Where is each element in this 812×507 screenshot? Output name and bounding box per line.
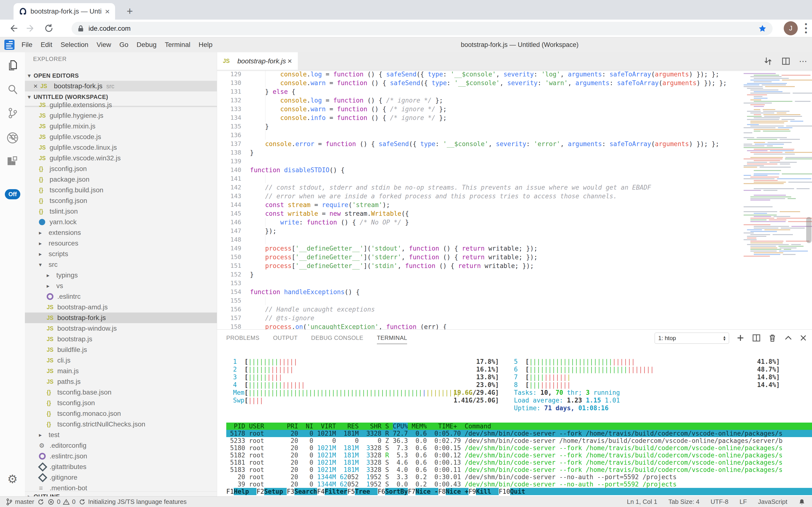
branch-indicator[interactable]: master xyxy=(6,498,34,506)
tab-close-icon[interactable]: × xyxy=(105,7,110,15)
tree-item-typings[interactable]: ▸typings xyxy=(25,270,217,281)
tree-item-src[interactable]: ▾src xyxy=(25,259,217,270)
new-terminal-icon[interactable] xyxy=(736,330,745,346)
menu-debug[interactable]: Debug xyxy=(132,41,161,49)
tree-item-tsconfig.json[interactable]: {}tsconfig.json xyxy=(25,398,217,408)
tree-item-tsconfig.strictNullChecks.json[interactable]: {}tsconfig.strictNullChecks.json xyxy=(25,419,217,430)
problems-indicator[interactable]: 0 0 xyxy=(48,498,75,506)
tree-item-bootstrap-window.js[interactable]: JSbootstrap-window.js xyxy=(25,323,217,334)
bookmark-star-icon[interactable] xyxy=(758,24,767,33)
tree-item-vs[interactable]: ▸vs xyxy=(25,281,217,291)
panel-tab-debug-console[interactable]: DEBUG CONSOLE xyxy=(311,331,363,345)
debug-icon[interactable] xyxy=(0,131,25,145)
tree-item-bootstrap-fork.js[interactable]: JSbootstrap-fork.js xyxy=(25,313,217,323)
forward-icon[interactable] xyxy=(26,23,36,33)
tree-item-tsconfig.json[interactable]: {}tsconfig.json xyxy=(25,195,217,206)
tree-item-label: gulpfile.vscode.win32.js xyxy=(50,154,121,162)
editor-scrollbar-thumb[interactable] xyxy=(806,217,812,243)
code-editor[interactable]: 129 console.log = function () { safeSend… xyxy=(217,70,812,330)
tree-item-gulpfile.mixin.js[interactable]: JSgulpfile.mixin.js xyxy=(25,121,217,131)
browser-menu-icon[interactable]: ••• xyxy=(804,22,808,34)
editor-tab-close-icon[interactable]: × xyxy=(288,57,292,65)
menu-selection[interactable]: Selection xyxy=(56,41,92,49)
status-utf-8[interactable]: UTF-8 xyxy=(711,498,729,506)
sync-status-icon[interactable] xyxy=(38,499,44,505)
close-panel-icon[interactable] xyxy=(799,330,808,346)
window-title: bootstrap-fork.js — Untitled (Workspace) xyxy=(461,37,578,52)
new-tab-button[interactable]: + xyxy=(127,6,133,16)
open-editor-name: bootstrap-fork.js xyxy=(54,82,103,90)
tree-item-extensions[interactable]: ▸extensions xyxy=(25,227,217,238)
app-menu-icon[interactable] xyxy=(4,40,14,50)
tree-item-.gitattributes[interactable]: .gitattributes xyxy=(25,461,217,472)
panel-tab-problems[interactable]: PROBLEMS xyxy=(226,331,259,345)
language-status[interactable]: Initializing JS/TS language features xyxy=(79,498,187,506)
tree-item-.editorconfig[interactable]: ⚙.editorconfig xyxy=(25,440,217,451)
split-terminal-icon[interactable] xyxy=(752,330,761,346)
status-ln-1-col-1[interactable]: Ln 1, Col 1 xyxy=(627,498,657,506)
panel-tab-output[interactable]: OUTPUT xyxy=(273,331,298,345)
kill-terminal-icon[interactable] xyxy=(768,330,777,346)
status-tab-size-4[interactable]: Tab Size: 4 xyxy=(669,498,700,506)
tree-item-main.js[interactable]: JSmain.js xyxy=(25,366,217,376)
tree-item-buildfile.js[interactable]: JSbuildfile.js xyxy=(25,344,217,355)
tree-item-tsconfig.build.json[interactable]: {}tsconfig.build.json xyxy=(25,185,217,195)
tree-item-gulpfile.vscode.linux.js[interactable]: JSgulpfile.vscode.linux.js xyxy=(25,142,217,153)
explorer-icon[interactable] xyxy=(0,59,25,72)
tree-item-test[interactable]: ▸test xyxy=(25,430,217,440)
tree-item-gulpfile.extensions.js[interactable]: JSgulpfile.extensions.js xyxy=(25,100,217,110)
sync-off-badge[interactable]: Off xyxy=(5,189,20,199)
git-file-icon xyxy=(39,464,50,470)
extensions-icon[interactable] xyxy=(0,156,25,169)
open-editor-item[interactable]: × JS bootstrap-fork.js src xyxy=(25,81,217,92)
tree-item-.eslintrc[interactable]: .eslintrc xyxy=(25,291,217,302)
tree-item-resources[interactable]: ▸resources xyxy=(25,238,217,249)
tree-item-.gitignore[interactable]: .gitignore xyxy=(25,472,217,483)
tree-item-gulpfile.vscode.win32.js[interactable]: JSgulpfile.vscode.win32.js xyxy=(25,153,217,164)
panel-tab-terminal[interactable]: TERMINAL xyxy=(377,331,407,345)
tree-item-cli.js[interactable]: JScli.js xyxy=(25,355,217,366)
tree-item-bootstrap-amd.js[interactable]: JSbootstrap-amd.js xyxy=(25,302,217,313)
tree-item-gulpfile.vscode.js[interactable]: JSgulpfile.vscode.js xyxy=(25,131,217,142)
source-control-icon[interactable] xyxy=(0,106,25,119)
outline-header[interactable]: ▸ OUTLINE xyxy=(25,491,217,496)
open-editors-header[interactable]: ▾ OPEN EDITORS xyxy=(25,71,217,81)
avatar[interactable]: J xyxy=(784,21,798,35)
sync-changes-icon[interactable] xyxy=(763,56,773,66)
browser-tab[interactable]: bootstrap-fork.js — Untitled (W × xyxy=(13,3,115,19)
tree-item-tsconfig.monaco.json[interactable]: {}tsconfig.monaco.json xyxy=(25,408,217,419)
split-editor-icon[interactable] xyxy=(781,56,791,66)
tree-item-yarn.lock[interactable]: yarn.lock xyxy=(25,217,217,227)
reload-icon[interactable] xyxy=(44,23,54,33)
tree-item-jsconfig.json[interactable]: {}jsconfig.json xyxy=(25,164,217,174)
editor-tab[interactable]: JS bootstrap-fork.js × xyxy=(217,52,298,70)
close-icon[interactable]: × xyxy=(31,82,40,90)
search-icon[interactable] xyxy=(0,83,25,96)
menu-view[interactable]: View xyxy=(92,41,115,49)
status-lf[interactable]: LF xyxy=(740,498,747,506)
status-bar: master 0 0 Initializing JS/TS language f… xyxy=(0,496,812,507)
menu-terminal[interactable]: Terminal xyxy=(161,41,195,49)
address-bar[interactable]: ide.coder.com xyxy=(72,22,772,35)
tree-item-package.json[interactable]: {}package.json xyxy=(25,174,217,185)
tree-item-tsconfig.base.json[interactable]: {}tsconfig.base.json xyxy=(25,387,217,398)
tree-item-paths.js[interactable]: JSpaths.js xyxy=(25,376,217,387)
menu-file[interactable]: File xyxy=(17,41,37,49)
tree-item-scripts[interactable]: ▸scripts xyxy=(25,249,217,259)
tree-item-gulpfile.hygiene.js[interactable]: JSgulpfile.hygiene.js xyxy=(25,110,217,121)
more-actions-icon[interactable]: ⋯ xyxy=(799,59,807,64)
terminal[interactable]: 1[|||||||||||||17.8%]2[||||||||||||16.1%… xyxy=(226,347,812,496)
tree-item-bootstrap.js[interactable]: JSbootstrap.js xyxy=(25,334,217,344)
tree-item-.eslintrc.json[interactable]: .eslintrc.json xyxy=(25,451,217,461)
maximize-panel-icon[interactable] xyxy=(784,330,793,346)
menu-edit[interactable]: Edit xyxy=(37,41,56,49)
tree-item-tslint.json[interactable]: {}tslint.json xyxy=(25,206,217,217)
status-javascript[interactable]: JavaScript xyxy=(758,498,787,506)
menu-go[interactable]: Go xyxy=(115,41,132,49)
terminal-select[interactable]: 1: htop ▴▾ xyxy=(654,333,729,344)
back-icon[interactable] xyxy=(8,23,18,33)
notifications-bell-icon[interactable] xyxy=(799,498,805,506)
settings-gear-icon[interactable]: ⚙ xyxy=(0,472,25,486)
menu-help[interactable]: Help xyxy=(194,41,216,49)
minimap[interactable] xyxy=(742,70,807,330)
